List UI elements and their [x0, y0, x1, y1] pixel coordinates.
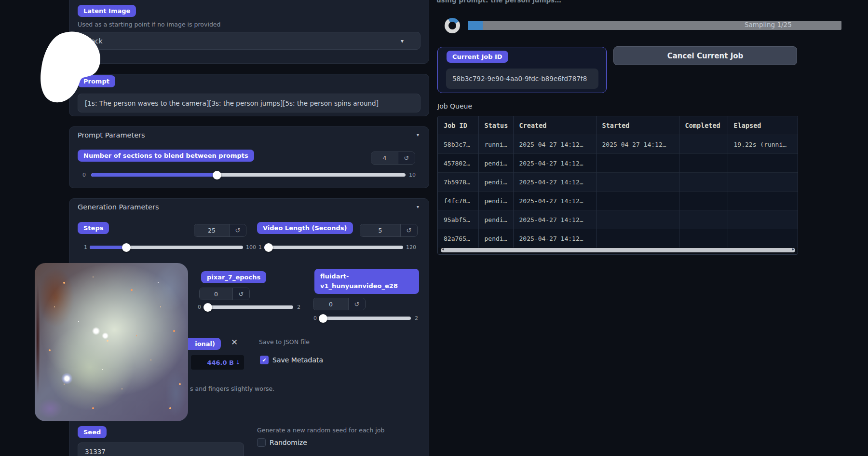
cell-started[interactable]: 2025-04-27 14:12… — [596, 135, 679, 154]
lora-fluidart-slider-handle[interactable] — [319, 314, 327, 323]
lora-pixar-reset-icon[interactable]: ↺ — [232, 288, 249, 300]
table-horizontal-scrollbar[interactable]: ◂ ▸ — [441, 248, 795, 252]
save-to-json-label: Save to JSON file — [259, 338, 310, 345]
video-length-number-input[interactable]: 5 ↺ — [360, 224, 418, 237]
cell-started[interactable] — [596, 192, 679, 210]
video-length-slider-handle[interactable] — [264, 243, 273, 252]
cell-created[interactable]: 2025-04-27 14:12… — [513, 210, 596, 229]
cell-status[interactable]: pendi… — [478, 229, 513, 248]
cell-job-id[interactable]: f4fc70… — [438, 192, 478, 210]
randomize-checkbox[interactable] — [257, 438, 266, 447]
seed-input[interactable]: 31337 — [78, 442, 244, 456]
cell-status[interactable]: runni… — [478, 135, 513, 154]
cell-completed[interactable] — [679, 192, 728, 210]
lora-pixar-slider-handle[interactable] — [203, 303, 212, 312]
cell-elapsed[interactable] — [728, 173, 798, 192]
metadata-file-download[interactable]: 446.0 B ↓ — [191, 355, 244, 370]
col-job-id[interactable]: Job ID — [438, 116, 478, 135]
cell-status[interactable]: pendi… — [478, 210, 513, 229]
lora-pixar-slider[interactable] — [205, 305, 293, 309]
sections-reset-icon[interactable]: ↺ — [398, 152, 415, 164]
steps-reset-icon[interactable]: ↺ — [229, 224, 246, 236]
cell-completed[interactable] — [679, 210, 728, 229]
cell-job-id[interactable]: 7b5978… — [438, 173, 478, 192]
table-row[interactable]: 7b5978… pendi… 2025-04-27 14:12… — [438, 173, 798, 192]
scroll-left-icon[interactable]: ◂ — [442, 247, 444, 251]
table-row[interactable]: 82a765… pendi… 2025-04-27 14:12… — [438, 229, 798, 248]
table-row[interactable]: 58b3c7… runni… 2025-04-27 14:12… 2025-04… — [438, 135, 798, 154]
lora-fluidart-number-input[interactable]: 0 ↺ — [313, 298, 366, 310]
cell-started[interactable] — [596, 229, 679, 248]
cell-elapsed[interactable] — [728, 229, 798, 248]
video-length-min-label: 1 — [258, 244, 262, 250]
save-metadata-checkbox[interactable]: ✔ — [260, 356, 269, 364]
download-icon: ↓ — [235, 359, 240, 366]
cell-completed[interactable] — [679, 154, 728, 173]
video-length-slider[interactable] — [264, 246, 403, 249]
lora-pixar-value[interactable]: 0 — [200, 288, 232, 300]
cell-job-id[interactable]: 82a765… — [438, 229, 478, 248]
cell-status[interactable]: pendi… — [478, 173, 513, 192]
table-header-row: Job ID Status Created Started Completed … — [438, 116, 798, 135]
progress-label: Sampling 1/25 — [745, 21, 792, 28]
cell-job-id[interactable]: 95abf5… — [438, 210, 478, 229]
cell-elapsed[interactable] — [728, 210, 798, 229]
current-job-id-value[interactable]: 58b3c792-9e90-4aa0-9fdc-b89e6fd787f8 — [446, 69, 598, 89]
cancel-current-job-button[interactable]: Cancel Current Job — [613, 46, 797, 65]
latent-image-dropdown[interactable]: Black — [78, 32, 420, 50]
sections-slider[interactable] — [91, 173, 406, 177]
table-row[interactable]: 95abf5… pendi… 2025-04-27 14:12… — [438, 210, 798, 229]
cell-started[interactable] — [596, 210, 679, 229]
sections-number-input[interactable]: 4 ↺ — [371, 152, 415, 165]
cell-elapsed[interactable] — [728, 192, 798, 210]
chevron-down-icon[interactable]: ▾ — [401, 38, 404, 44]
cell-started[interactable] — [596, 154, 679, 173]
steps-number-input[interactable]: 25 ↺ — [194, 224, 246, 237]
cell-started[interactable] — [596, 173, 679, 192]
cell-created[interactable]: 2025-04-27 14:12… — [513, 135, 596, 154]
lora-fluidart-slider[interactable] — [320, 317, 411, 320]
lora-fluidart-reset-icon[interactable]: ↺ — [348, 298, 365, 310]
save-metadata-label[interactable]: Save Metadata — [272, 356, 323, 364]
cell-job-id[interactable]: 457802… — [438, 154, 478, 173]
cell-status[interactable]: pendi… — [478, 154, 513, 173]
cell-created[interactable]: 2025-04-27 14:12… — [513, 154, 596, 173]
col-status[interactable]: Status — [478, 116, 513, 135]
video-length-reset-icon[interactable]: ↺ — [400, 224, 417, 236]
cell-created[interactable]: 2025-04-27 14:12… — [513, 173, 596, 192]
generation-parameters-title[interactable]: Generation Parameters — [78, 203, 159, 211]
table-row[interactable]: f4fc70… pendi… 2025-04-27 14:12… — [438, 192, 798, 210]
prompt-parameters-title[interactable]: Prompt Parameters — [78, 131, 145, 139]
col-completed[interactable]: Completed — [679, 116, 728, 135]
sections-min-label: 0 — [82, 172, 86, 178]
cell-completed[interactable] — [679, 173, 728, 192]
table-row[interactable]: 457802… pendi… 2025-04-27 14:12… — [438, 154, 798, 173]
sections-slider-handle[interactable] — [213, 171, 221, 180]
randomize-label[interactable]: Randomize — [270, 439, 307, 446]
scroll-right-icon[interactable]: ▸ — [792, 247, 794, 251]
cell-elapsed[interactable]: 19.22s (runni… — [728, 135, 798, 154]
col-started[interactable]: Started — [596, 116, 679, 135]
steps-value[interactable]: 25 — [194, 224, 229, 236]
lora-pixar-number-input[interactable]: 0 ↺ — [199, 288, 250, 300]
video-length-value[interactable]: 5 — [360, 224, 400, 236]
cell-completed[interactable] — [679, 135, 728, 154]
sections-value[interactable]: 4 — [371, 152, 398, 164]
cell-status[interactable]: pendi… — [478, 192, 513, 210]
cell-elapsed[interactable] — [728, 154, 798, 173]
cell-job-id[interactable]: 58b3c7… — [438, 135, 478, 154]
steps-slider-handle[interactable] — [122, 243, 131, 252]
lora-fluidart-value[interactable]: 0 — [313, 298, 348, 310]
generation-parameters-caret-icon[interactable]: ▾ — [417, 204, 419, 209]
cell-completed[interactable] — [679, 229, 728, 248]
col-elapsed[interactable]: Elapsed — [728, 116, 798, 135]
cell-created[interactable]: 2025-04-27 14:12… — [513, 192, 596, 210]
col-created[interactable]: Created — [513, 116, 596, 135]
cell-created[interactable]: 2025-04-27 14:12… — [513, 229, 596, 248]
video-length-badge: Video Length (Seconds) — [257, 222, 353, 234]
current-job-id-badge: Current Job ID — [447, 51, 508, 63]
steps-slider[interactable] — [90, 246, 243, 249]
prompt-parameters-caret-icon[interactable]: ▾ — [417, 132, 419, 138]
clear-file-icon[interactable]: ✕ — [231, 337, 238, 347]
prompt-input[interactable]: [1s: The person waves to the camera][3s:… — [78, 94, 420, 112]
